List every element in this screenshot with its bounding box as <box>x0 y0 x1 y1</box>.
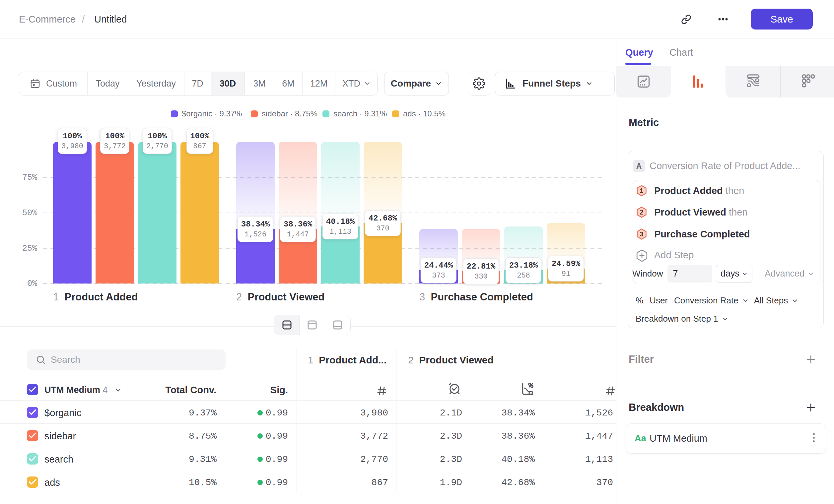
svg-text:1: 1 <box>640 187 643 194</box>
svg-text:3: 3 <box>640 230 643 238</box>
svg-text:2: 2 <box>640 209 643 216</box>
